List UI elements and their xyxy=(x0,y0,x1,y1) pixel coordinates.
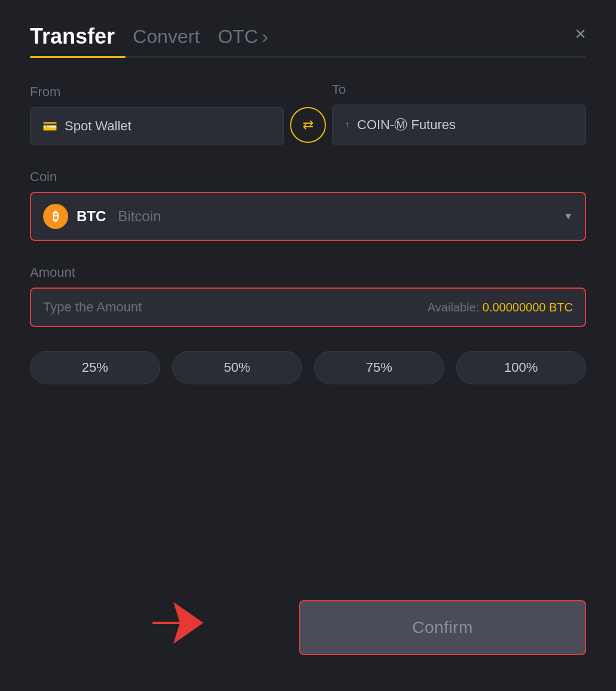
to-wallet-name: COIN-Ⓜ Futures xyxy=(357,116,456,134)
from-block: From 💳 Spot Wallet xyxy=(30,84,284,145)
coin-full-name: Bitcoin xyxy=(118,208,161,225)
available-value: 0.00000000 BTC xyxy=(483,301,573,314)
coin-selector[interactable]: ₿ BTC Bitcoin ▼ xyxy=(30,192,586,241)
swap-wrapper: ⇄ xyxy=(284,107,332,145)
percent-buttons: 25% 50% 75% 100% xyxy=(30,351,586,384)
percent-25-button[interactable]: 25% xyxy=(30,351,160,384)
tab-otc[interactable]: OTC › xyxy=(218,26,268,48)
bottom-section: Confirm xyxy=(30,600,586,655)
amount-label: Amount xyxy=(30,265,75,280)
close-button[interactable]: × xyxy=(575,24,586,43)
available-text: Available: 0.00000000 BTC xyxy=(428,301,573,314)
amount-box: Available: 0.00000000 BTC xyxy=(30,288,586,327)
to-wallet-selector[interactable]: ↑ COIN-Ⓜ Futures xyxy=(332,105,586,145)
wallet-icon: 💳 xyxy=(42,119,57,133)
swap-button[interactable]: ⇄ xyxy=(290,107,326,143)
chevron-down-icon: ▼ xyxy=(563,211,573,222)
to-block: To ↑ COIN-Ⓜ Futures xyxy=(332,82,586,145)
coin-label: Coin xyxy=(30,169,57,184)
svg-marker-0 xyxy=(153,602,203,644)
tab-transfer[interactable]: Transfer xyxy=(30,24,115,49)
from-wallet-selector[interactable]: 💳 Spot Wallet xyxy=(30,107,284,145)
arrow-indicator xyxy=(150,599,209,649)
confirm-button[interactable]: Confirm xyxy=(299,600,586,655)
from-label: From xyxy=(30,84,284,100)
swap-icon: ⇄ xyxy=(303,117,313,133)
amount-input[interactable] xyxy=(43,299,422,315)
modal-header: Transfer Convert OTC › × xyxy=(30,24,586,49)
percent-50-button[interactable]: 50% xyxy=(172,351,303,384)
amount-section: Amount Available: 0.00000000 BTC xyxy=(30,265,586,327)
to-label: To xyxy=(332,82,586,97)
tab-underline xyxy=(30,56,586,58)
coin-section: Coin ₿ BTC Bitcoin ▼ xyxy=(30,169,586,241)
transfer-modal: Transfer Convert OTC › × From 💳 Spot Wal… xyxy=(0,0,616,691)
percent-100-button[interactable]: 100% xyxy=(456,351,587,384)
tab-convert[interactable]: Convert xyxy=(133,26,200,48)
futures-icon: ↑ xyxy=(344,119,350,132)
from-to-section: From 💳 Spot Wallet ⇄ To ↑ COIN-Ⓜ Futures xyxy=(30,82,586,145)
from-wallet-name: Spot Wallet xyxy=(65,118,132,134)
percent-75-button[interactable]: 75% xyxy=(314,351,444,384)
btc-icon: ₿ xyxy=(43,204,68,229)
coin-symbol: BTC xyxy=(77,208,106,225)
